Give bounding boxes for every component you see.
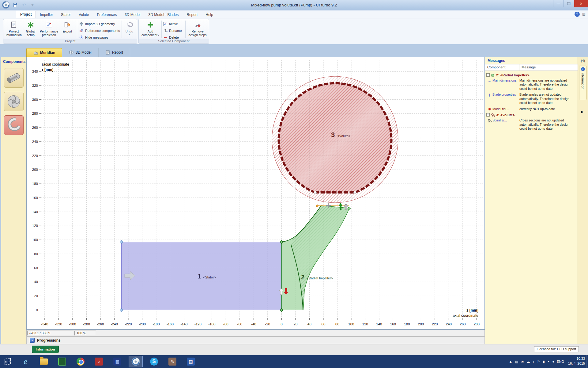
message-row[interactable]: Spiral ar...Cross sections are not updat…: [485, 117, 578, 132]
stator-region[interactable]: [121, 242, 281, 310]
windows-logo-icon: [5, 358, 11, 365]
tray-icon-7[interactable]: ▮: [543, 360, 545, 364]
svg-text:160: 160: [390, 322, 396, 326]
tab-meridian[interactable]: Meridian: [26, 48, 62, 57]
svg-text:160: 160: [32, 196, 38, 200]
message-row[interactable]: ∫Blade propertiesBlade angles are not up…: [485, 92, 578, 106]
interface-settings-icon[interactable]: ⊞: [582, 12, 586, 17]
tab-impeller[interactable]: Impeller: [36, 11, 57, 18]
remove-design-steps-button[interactable]: Removedesign steps: [187, 20, 208, 39]
svg-text:80: 80: [34, 252, 38, 256]
performance-prediction-button[interactable]: Performanceprediction: [39, 20, 59, 39]
collapse-toggle-icon[interactable]: −: [486, 73, 490, 77]
tab-project[interactable]: Project: [16, 11, 36, 18]
taskbar-app-cfturbo[interactable]: [129, 356, 143, 367]
start-button[interactable]: [0, 355, 15, 368]
taskbar-app-chrome[interactable]: [74, 356, 88, 367]
component-impeller-tile[interactable]: [4, 92, 24, 111]
project-information-button[interactable]: Projectinformation: [5, 20, 23, 39]
svg-text:200: 200: [32, 168, 38, 171]
undo-dropdown-icon[interactable]: ▾: [129, 33, 130, 36]
language-indicator[interactable]: ENG: [557, 355, 564, 368]
volute-region-hatch: [279, 83, 391, 192]
column-component[interactable]: Component: [485, 64, 519, 71]
component-stator-tile[interactable]: [4, 68, 24, 88]
tray-icon-6[interactable]: ⚐: [537, 360, 540, 364]
paint-icon: ✎: [168, 358, 176, 366]
tab-3d-model-blades[interactable]: 3D Model - Blades: [145, 11, 183, 18]
taskbar-app-internet-explorer[interactable]: e: [18, 356, 32, 367]
global-setup-icon: [27, 21, 35, 29]
maximize-button[interactable]: ❐: [564, 0, 574, 7]
export-button[interactable]: Export: [60, 20, 75, 39]
stator-corner-point-bottom[interactable]: [120, 309, 123, 312]
outlet-point-left[interactable]: [316, 205, 318, 207]
cursor-coordinates: -283.1 : 350.9: [27, 331, 74, 335]
volute-icon: [6, 117, 22, 133]
component-volute-tile[interactable]: [4, 115, 24, 135]
svg-text:120: 120: [32, 224, 38, 228]
taskbar-clock[interactable]: 10:33 16. 4. 2015: [568, 356, 585, 366]
svg-text:1: 1: [198, 273, 201, 280]
tab-volute[interactable]: Volute: [75, 11, 93, 18]
svg-text:140: 140: [32, 210, 38, 214]
progressions-expand-button[interactable]: ▲: [30, 338, 35, 343]
taskbar-app-paint[interactable]: ✎: [165, 356, 179, 367]
green-app-icon: [58, 358, 66, 366]
tray-icon-5[interactable]: ♪: [533, 360, 534, 363]
volute-base-point-right[interactable]: [354, 191, 356, 194]
message-row[interactable]: ↔Main dimensionsMain dimensions are not …: [485, 78, 578, 92]
tray-icon-8[interactable]: ◓: [548, 360, 550, 363]
media-app-icon: ♪: [95, 358, 103, 366]
meridian-plot[interactable]: -340-320-300-280-260-240-220-200-180-160…: [27, 57, 485, 330]
active-checkbox[interactable]: ✓: [163, 22, 167, 26]
expand-arrow-icon[interactable]: ▶: [581, 110, 583, 114]
titlebar: ↶ ▾ Mixed-flow pump volute.cft (Pump) - …: [0, 0, 588, 10]
help-icon[interactable]: ?: [575, 12, 580, 17]
information-side-tab[interactable]: i Information: [579, 66, 586, 100]
tab-help[interactable]: Help: [202, 11, 217, 18]
taskbar-app-app-blue[interactable]: ▤: [184, 356, 198, 367]
tab-report-view[interactable]: Report: [99, 48, 130, 57]
taskbar-app-file-explorer[interactable]: [37, 356, 51, 367]
taskbar-app-app-green[interactable]: [55, 356, 69, 367]
taskbar-app-skype[interactable]: S: [147, 356, 161, 367]
meridian-canvas[interactable]: -340-320-300-280-260-240-220-200-180-160…: [26, 57, 485, 330]
chrome-icon: [77, 358, 85, 366]
add-component-button[interactable]: Add component ▾: [141, 20, 160, 39]
tray-icon-3[interactable]: ✉: [521, 360, 524, 364]
tab-stator[interactable]: Stator: [57, 11, 75, 18]
tab-preferences[interactable]: Preferences: [93, 11, 121, 18]
tab-3d-model[interactable]: 3D Model: [121, 11, 144, 18]
svg-text:280: 280: [32, 112, 38, 115]
svg-text:180: 180: [32, 182, 38, 186]
taskbar-app-media-app[interactable]: ♪: [92, 356, 106, 367]
close-button[interactable]: ✕: [574, 0, 588, 7]
message-row[interactable]: ✱Model fini...currently NOT up-to-date: [485, 106, 578, 112]
svg-text:-340: -340: [41, 322, 48, 326]
collapse-toggle-icon[interactable]: −: [486, 113, 490, 117]
tab-3d-model-view[interactable]: 3D Model: [62, 48, 98, 57]
volute-base-point-left[interactable]: [314, 191, 317, 194]
show-desktop-button[interactable]: [586, 355, 588, 368]
cfturbo-taskbar-icon: [131, 357, 140, 366]
undo-button[interactable]: Undo ▾: [122, 20, 136, 39]
svg-text:280: 280: [474, 322, 480, 326]
blue-app-icon: ▤: [187, 358, 195, 366]
stator-corner-point-top[interactable]: [120, 241, 123, 243]
global-setup-button[interactable]: Globalsetup: [23, 20, 38, 39]
tray-icon-2[interactable]: ▤: [515, 360, 518, 364]
svg-text:-100: -100: [208, 322, 215, 326]
tray-icon-4[interactable]: ☁: [526, 360, 530, 364]
view-tab-bar: Meridian 3D Model Report: [26, 48, 130, 57]
tab-report[interactable]: Report: [183, 11, 202, 18]
column-message[interactable]: Message: [519, 64, 578, 71]
information-bottom-tab[interactable]: Information: [32, 346, 59, 353]
message-group-row[interactable]: −2: <Radial Impeller>: [485, 72, 578, 78]
minimize-button[interactable]: —: [553, 0, 564, 7]
taskbar-app-photos-app[interactable]: ▩: [110, 356, 124, 367]
tray-icon-9[interactable]: ●: [552, 360, 554, 363]
tray-icon-1[interactable]: ▲: [509, 360, 512, 363]
svg-text:<Stator>: <Stator>: [203, 275, 216, 279]
message-group-row[interactable]: −3: <Volute>: [485, 112, 578, 117]
